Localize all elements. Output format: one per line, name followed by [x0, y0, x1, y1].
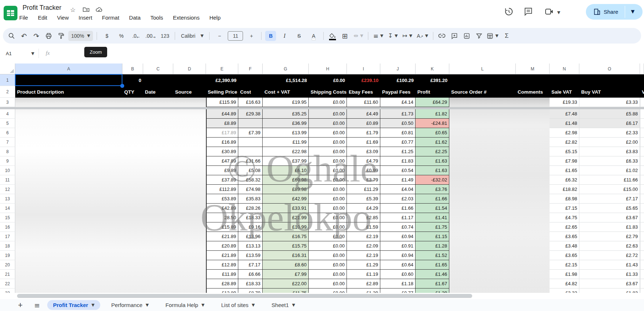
- row-header-10[interactable]: 10: [0, 166, 15, 175]
- row-header-2[interactable]: 2: [0, 86, 15, 98]
- cell-G15[interactable]: £21.99: [263, 213, 309, 222]
- cell-F15[interactable]: £18.33: [238, 213, 263, 222]
- cell-O22[interactable]: £3.67: [579, 279, 640, 289]
- cell-O2[interactable]: Buy VAT: [579, 86, 640, 98]
- cell-H2[interactable]: Shipping Costs: [309, 86, 347, 98]
- cell-J13[interactable]: £2.03: [380, 194, 416, 204]
- cell-J23[interactable]: £0.77: [380, 289, 416, 293]
- cell-O12[interactable]: £15.00: [579, 185, 640, 194]
- cell-J22[interactable]: £1.18: [380, 279, 416, 289]
- menu-help[interactable]: Help: [209, 15, 220, 21]
- row-header-21[interactable]: 21: [0, 270, 15, 279]
- cell-P13[interactable]: [640, 194, 644, 204]
- star-icon[interactable]: ☆: [70, 6, 76, 13]
- cell-G1[interactable]: £1,514.28: [263, 74, 309, 86]
- text-wrap-button[interactable]: ↦▼: [401, 31, 413, 41]
- cell-H7[interactable]: £0.00: [309, 138, 347, 147]
- redo-icon[interactable]: ↷: [31, 31, 41, 41]
- column-header-O[interactable]: O: [579, 64, 640, 74]
- cell-I23[interactable]: £1.29: [347, 289, 380, 293]
- functions-button[interactable]: Σ: [501, 31, 513, 41]
- meet-dropdown-caret-icon[interactable]: ▼: [557, 10, 560, 15]
- column-header-J[interactable]: J: [380, 64, 416, 74]
- insert-comment-icon[interactable]: [449, 31, 459, 41]
- cell-P21[interactable]: [640, 270, 644, 279]
- cell-F20[interactable]: £7.17: [238, 260, 263, 270]
- cell-J16[interactable]: £0.74: [380, 222, 416, 232]
- cell-E20[interactable]: £12.89: [206, 260, 238, 270]
- row-header-20[interactable]: 20: [0, 260, 15, 270]
- cell-F19[interactable]: £13.59: [238, 251, 263, 260]
- cell-F22[interactable]: £18.33: [238, 279, 263, 289]
- cell-H20[interactable]: £0.00: [309, 260, 347, 270]
- undo-icon[interactable]: ↶: [19, 31, 29, 41]
- column-header-I[interactable]: I: [347, 64, 380, 74]
- cell-E2[interactable]: Selling Price: [206, 86, 238, 98]
- cell-N8[interactable]: £5.15: [550, 147, 579, 156]
- cell-N22[interactable]: £4.82: [550, 279, 579, 289]
- cloud-status-icon[interactable]: [96, 7, 103, 12]
- cell-K10[interactable]: £1.63: [416, 166, 449, 175]
- create-filter-icon[interactable]: [474, 31, 484, 41]
- cell-I20[interactable]: £1.29: [347, 260, 380, 270]
- cell-J1[interactable]: £100.29: [380, 74, 416, 86]
- cell-G17[interactable]: £16.75: [263, 232, 309, 241]
- vertical-align-button[interactable]: ↧▼: [386, 31, 399, 41]
- cell-E3[interactable]: £115.99: [206, 98, 238, 107]
- cell-K11[interactable]: -£32.02: [416, 175, 449, 185]
- row-header-4[interactable]: 4: [0, 109, 15, 119]
- cell-F8[interactable]: [238, 147, 263, 156]
- cell-O14[interactable]: £5.65: [579, 204, 640, 213]
- cell-H19[interactable]: £0.00: [309, 251, 347, 260]
- row-header-9[interactable]: 9: [0, 156, 15, 166]
- cell-K23[interactable]: £1.29: [416, 289, 449, 293]
- cell-O9[interactable]: £6.33: [579, 156, 640, 166]
- cell-N13[interactable]: £8.98: [550, 194, 579, 204]
- cell-I7[interactable]: £1.69: [347, 138, 380, 147]
- cell-G7[interactable]: £11.99: [263, 138, 309, 147]
- cell-I15[interactable]: £2.85: [347, 213, 380, 222]
- cell-K5[interactable]: -£24.81: [416, 119, 449, 128]
- cell-N23[interactable]: £3.32: [550, 289, 579, 293]
- cell-P2[interactable]: V: [640, 86, 644, 98]
- cell-P23[interactable]: [640, 289, 644, 293]
- cell-I4[interactable]: £4.49: [347, 109, 380, 119]
- cell-P15[interactable]: [640, 213, 644, 222]
- sheet-tab-list-of-sites[interactable]: List of sites▼: [215, 300, 261, 310]
- cell-F13[interactable]: £35.83: [238, 194, 263, 204]
- cell-I14[interactable]: £4.29: [347, 204, 380, 213]
- cell-G21[interactable]: £7.99: [263, 270, 309, 279]
- cell-K3[interactable]: £64.29: [416, 98, 449, 107]
- menu-edit[interactable]: Edit: [38, 15, 47, 21]
- cell-K14[interactable]: £1.54: [416, 204, 449, 213]
- cell-E23[interactable]: £12.89: [206, 289, 238, 293]
- cell-N14[interactable]: £7.15: [550, 204, 579, 213]
- cell-G9[interactable]: £37.99: [263, 156, 309, 166]
- cell-H21[interactable]: £0.00: [309, 270, 347, 279]
- cell-F6[interactable]: £7.39: [238, 128, 263, 138]
- cell-I16[interactable]: £1.59: [347, 222, 380, 232]
- cell-F17[interactable]: £13.96: [238, 232, 263, 241]
- cell-J20[interactable]: £0.64: [380, 260, 416, 270]
- horizontal-scrollbar-thumb[interactable]: [17, 294, 472, 298]
- cell-E8[interactable]: £30.89: [206, 147, 238, 156]
- cell-I1[interactable]: £239.10: [347, 74, 380, 86]
- cell-N16[interactable]: £2.65: [550, 222, 579, 232]
- cell-I18[interactable]: £2.09: [347, 241, 380, 251]
- cell-P4[interactable]: [640, 109, 644, 119]
- cell-J4[interactable]: £1.73: [380, 109, 416, 119]
- row-header-5[interactable]: 5: [0, 119, 15, 128]
- cell-N17[interactable]: £3.65: [550, 232, 579, 241]
- column-header-E[interactable]: E: [206, 64, 238, 74]
- cell-N3[interactable]: £19.33: [550, 98, 579, 107]
- cell-P3[interactable]: [640, 98, 644, 107]
- cell-F10[interactable]: £5.08: [238, 166, 263, 175]
- cell-K6[interactable]: £0.65: [416, 128, 449, 138]
- cell-J19[interactable]: £0.94: [380, 251, 416, 260]
- column-header-K[interactable]: K: [416, 64, 449, 74]
- cell-J17[interactable]: £0.94: [380, 232, 416, 241]
- text-color-button[interactable]: A: [307, 31, 320, 41]
- cell-F11[interactable]: £58.32: [238, 175, 263, 185]
- cell-E9[interactable]: £47.89: [206, 156, 238, 166]
- cell-E11[interactable]: £37.89: [206, 175, 238, 185]
